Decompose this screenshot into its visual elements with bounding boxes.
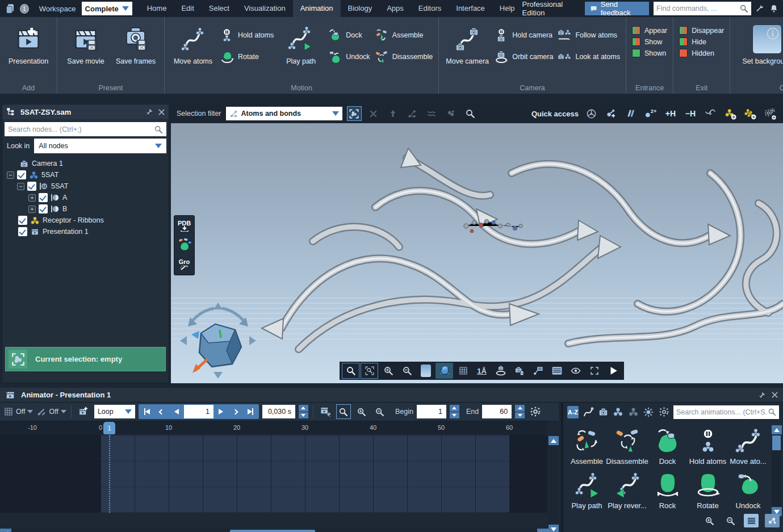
save-movie-button[interactable]: Save movie — [63, 23, 108, 65]
add-to-group-button[interactable] — [443, 106, 458, 121]
visibility-checkbox[interactable] — [18, 227, 27, 236]
scroll-up-button[interactable] — [548, 436, 559, 445]
tiles-zoom-in-button[interactable] — [702, 514, 717, 527]
navigation-cube-button[interactable] — [436, 363, 453, 379]
zoom-in-button[interactable] — [379, 363, 397, 379]
animations-search-input[interactable] — [676, 408, 768, 416]
visibility-button[interactable] — [567, 363, 584, 379]
bell-icon[interactable] — [769, 3, 778, 14]
zoom-selection-button[interactable] — [342, 363, 359, 379]
scrollbar-thumb[interactable] — [772, 435, 781, 450]
timeline-vertical-scrollbar[interactable] — [548, 436, 559, 532]
timeline-horizontal-scrollbar[interactable] — [0, 529, 548, 532]
animation-tile-undock[interactable]: Undock — [728, 470, 768, 514]
playhead-line[interactable] — [109, 435, 110, 513]
selection-filter-select[interactable]: Atoms and bonds — [226, 107, 342, 120]
filter-groups-button[interactable] — [628, 405, 639, 419]
workspace-selector[interactable]: Complete — [82, 2, 132, 15]
animations-settings-button[interactable] — [658, 405, 669, 419]
menu-biology[interactable]: Biology — [341, 0, 380, 17]
remove-hydrogens-button[interactable]: −H — [683, 106, 698, 121]
expand-toggle[interactable]: + — [28, 194, 36, 202]
hold-atoms-button[interactable]: Hold atoms — [220, 28, 274, 42]
menu-home[interactable]: Home — [140, 0, 174, 17]
visibility-checkbox[interactable] — [17, 170, 26, 179]
node-search-box[interactable] — [5, 122, 166, 136]
visibility-checkbox[interactable] — [39, 204, 48, 213]
step-back-button[interactable] — [169, 405, 184, 418]
documents-icon[interactable] — [5, 2, 16, 15]
hold-camera-button[interactable]: Hold camera — [495, 28, 553, 42]
hidden-button[interactable]: Hidden — [679, 49, 724, 57]
animation-tile-disassemble[interactable]: Disassemble — [607, 425, 647, 470]
measure-button[interactable] — [623, 106, 638, 121]
timeline-tracks[interactable] — [0, 435, 547, 513]
navigation-gizmo[interactable] — [175, 298, 261, 383]
scrollbar-thumb[interactable] — [230, 530, 315, 532]
list-view-button[interactable] — [744, 514, 759, 527]
look-in-select[interactable]: All nodes — [34, 139, 166, 153]
next-keyframe-button[interactable] — [228, 405, 243, 418]
solvate-button[interactable] — [703, 106, 718, 121]
close-icon[interactable] — [771, 391, 778, 399]
play-path-button[interactable]: Play path — [278, 23, 324, 65]
label-button[interactable] — [529, 363, 547, 379]
playhead-marker[interactable]: 1 — [103, 422, 115, 434]
background-button[interactable] — [417, 363, 434, 379]
tiles-zoom-out-button[interactable] — [723, 514, 738, 527]
disappear-button[interactable]: Disappear — [679, 26, 724, 35]
animations-search-box[interactable] — [673, 405, 779, 419]
pin-icon[interactable] — [758, 391, 766, 399]
filter-effects-button[interactable] — [643, 405, 654, 419]
tree-item-camera-1[interactable]: Camera 1 — [2, 158, 169, 169]
tree-item-5sat[interactable]: − 5SAT — [2, 169, 169, 181]
export-movie-button[interactable] — [318, 404, 333, 419]
close-icon[interactable] — [158, 108, 165, 116]
presentation-button[interactable]: Presentation — [6, 23, 51, 65]
selection-status-bar[interactable]: Current selection: empty — [5, 347, 166, 371]
charge-button[interactable]: 2+ — [643, 106, 658, 121]
frame-time-input[interactable]: 0,030 s — [262, 405, 295, 418]
menu-edit[interactable]: Edit — [174, 0, 201, 17]
find-button[interactable] — [463, 106, 478, 121]
save-frames-button[interactable]: Save frames — [113, 23, 158, 65]
snap-mode-dropdown[interactable]: Off — [36, 407, 66, 417]
animation-tile-play-path[interactable]: Play path — [567, 470, 607, 514]
skip-end-button[interactable] — [243, 405, 258, 418]
menu-interface[interactable]: Interface — [449, 0, 492, 17]
visibility-checkbox[interactable] — [39, 193, 48, 202]
skip-start-button[interactable] — [140, 405, 154, 418]
send-feedback-button[interactable]: Send feedback — [585, 2, 650, 15]
tree-item-chain-b[interactable]: + B — [2, 203, 169, 215]
sort-az-button[interactable]: A-Z — [567, 406, 579, 418]
add-hydrogens-button[interactable]: +H — [663, 106, 678, 121]
save-view-button[interactable] — [510, 363, 528, 379]
animation-tile-rotate[interactable]: Rotate — [688, 470, 728, 514]
animator-settings-button[interactable] — [528, 404, 543, 419]
collapse-toggle[interactable]: − — [17, 183, 24, 190]
loop-mode-select[interactable]: Loop — [94, 405, 135, 418]
scroll-right-button[interactable] — [537, 529, 548, 532]
shown-button[interactable]: Shown — [632, 49, 667, 57]
filter-atoms-button[interactable] — [613, 405, 624, 419]
tree-item-presentation-1[interactable]: Presentation 1 — [2, 226, 169, 237]
tree-item-receptor-ribbons[interactable]: Receptor - Ribbons — [2, 215, 169, 226]
begin-spinner[interactable] — [450, 405, 459, 418]
info-icon[interactable] — [767, 27, 779, 40]
play-button[interactable] — [604, 363, 622, 379]
fetch-pdb-button[interactable]: PDB — [176, 218, 193, 234]
show-button[interactable]: Show — [632, 37, 667, 46]
wrench-icon[interactable] — [756, 3, 765, 14]
look-at-atoms-button[interactable]: Look at atoms — [558, 50, 620, 64]
select-similar-button[interactable] — [424, 106, 439, 121]
end-spinner[interactable] — [515, 405, 525, 418]
orbit-camera-button[interactable]: Orbit camera — [495, 50, 553, 64]
animation-tile-hold-atoms[interactable]: Hold atoms — [688, 425, 728, 470]
timeline-zoom-fit-button[interactable] — [336, 404, 351, 419]
grid-mode-dropdown[interactable]: Off — [3, 407, 33, 417]
assemble-shortcut-button[interactable] — [176, 237, 193, 253]
select-parent-button[interactable] — [386, 106, 400, 121]
grid-button[interactable] — [454, 363, 472, 379]
find-commands-input[interactable] — [656, 5, 739, 12]
current-frame-input[interactable]: 1 — [184, 405, 213, 418]
